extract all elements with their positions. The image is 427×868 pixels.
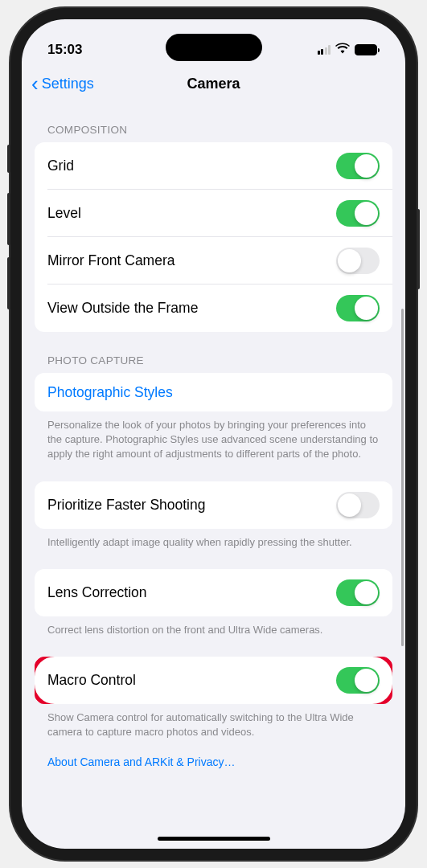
section-header-photo-capture: PHOTO CAPTURE xyxy=(35,332,392,373)
prioritize-row: Prioritize Faster Shooting xyxy=(35,481,392,529)
status-right: 75 xyxy=(318,42,380,58)
prioritize-label: Prioritize Faster Shooting xyxy=(47,497,205,514)
nav-bar: ‹ Settings Camera xyxy=(22,66,405,101)
phone-screen: 15:03 75 ‹ Settings xyxy=(22,19,405,849)
about-link[interactable]: About Camera and ARKit & Privacy… xyxy=(35,739,392,775)
prioritize-footer: Intelligently adapt image quality when r… xyxy=(35,529,392,550)
side-button xyxy=(417,209,420,289)
lens-correction-label: Lens Correction xyxy=(47,584,147,601)
lens-correction-footer: Correct lens distortion on the front and… xyxy=(35,616,392,637)
side-button xyxy=(7,145,10,173)
status-time: 15:03 xyxy=(47,42,82,58)
lens-correction-toggle[interactable] xyxy=(336,579,380,606)
lens-correction-group: Lens Correction xyxy=(35,569,392,616)
mirror-row: Mirror Front Camera xyxy=(35,237,392,285)
section-header-composition: COMPOSITION xyxy=(35,101,392,142)
outside-frame-label: View Outside the Frame xyxy=(47,300,198,317)
photographic-styles-row[interactable]: Photographic Styles xyxy=(35,373,392,411)
grid-toggle[interactable] xyxy=(336,153,380,179)
cellular-icon xyxy=(318,45,331,55)
photographic-styles-label: Photographic Styles xyxy=(47,384,173,401)
prioritize-toggle[interactable] xyxy=(336,492,380,518)
outside-frame-toggle[interactable] xyxy=(336,295,380,321)
mirror-label: Mirror Front Camera xyxy=(47,252,175,269)
phone-frame: 15:03 75 ‹ Settings xyxy=(10,8,417,860)
grid-row: Grid xyxy=(35,142,392,190)
back-label: Settings xyxy=(42,76,94,92)
photographic-styles-footer: Personalize the look of your photos by b… xyxy=(35,411,392,462)
grid-label: Grid xyxy=(47,158,74,174)
macro-control-group: Macro Control xyxy=(35,657,392,704)
mirror-toggle[interactable] xyxy=(336,248,380,274)
level-row: Level xyxy=(35,190,392,237)
level-toggle[interactable] xyxy=(336,200,380,227)
content-area[interactable]: COMPOSITION Grid Level Mirror Front Came… xyxy=(22,101,405,825)
prioritize-group: Prioritize Faster Shooting xyxy=(35,481,392,529)
side-button xyxy=(7,193,10,245)
photographic-styles-group: Photographic Styles xyxy=(35,373,392,411)
level-label: Level xyxy=(47,205,81,222)
side-button xyxy=(7,257,10,309)
macro-control-toggle[interactable] xyxy=(336,667,380,694)
macro-control-row: Macro Control xyxy=(35,657,392,704)
chevron-left-icon: ‹ xyxy=(31,73,39,94)
macro-control-footer: Show Camera control for automatically sw… xyxy=(35,704,392,739)
home-indicator[interactable] xyxy=(158,837,270,841)
macro-control-label: Macro Control xyxy=(47,672,136,689)
scroll-indicator[interactable] xyxy=(401,309,404,646)
outside-frame-row: View Outside the Frame xyxy=(35,285,392,332)
battery-icon: 75 xyxy=(355,44,380,55)
wifi-icon xyxy=(335,42,350,58)
back-button[interactable]: ‹ Settings xyxy=(31,73,94,94)
composition-group: Grid Level Mirror Front Camera View Outs… xyxy=(35,142,392,332)
dynamic-island xyxy=(166,34,262,61)
page-title: Camera xyxy=(187,76,240,92)
lens-correction-row: Lens Correction xyxy=(35,569,392,616)
